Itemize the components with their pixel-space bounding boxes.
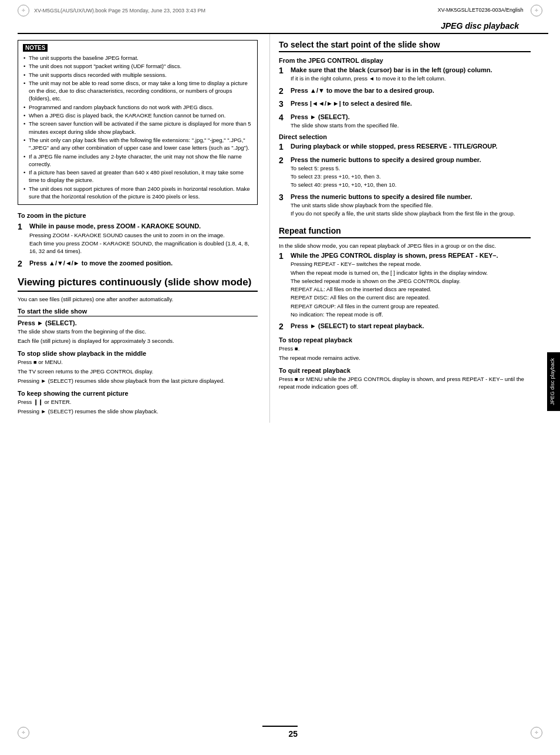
step-number: 3: [279, 99, 288, 109]
jpeg-control-title: From the JPEG CONTROL display: [279, 57, 531, 64]
step-content: During playback or while stopped, press …: [291, 142, 531, 150]
step-content: Press ► (SELECT). The slide show starts …: [291, 113, 531, 130]
main-content: NOTES The unit supports the baseline JPE…: [0, 34, 560, 423]
select-start-title: To select the start point of the slide s…: [279, 40, 531, 52]
stop-repeat-title: To stop repeat playback: [279, 336, 531, 343]
direct-step-3: 3 Press the numeric buttons to specify a…: [279, 193, 531, 218]
page-number: 25: [262, 726, 298, 739]
step-title: Press |◄◄/►►| to select a desired file.: [291, 99, 531, 107]
step-desc: If you do not specify a file, the unit s…: [291, 210, 531, 217]
step-content: Press the numeric buttons to specify a d…: [291, 156, 531, 189]
zoom-step-1: 1 While in pause mode, press ZOOM - KARA…: [18, 222, 258, 255]
corner-mark-tl: ✛: [18, 5, 29, 16]
step-desc: The unit starts slide show playback from…: [291, 201, 531, 209]
quit-repeat-title: To quit repeat playback: [279, 367, 531, 374]
step-content: Press |◄◄/►►| to select a desired file.: [291, 99, 531, 107]
slide-show-intro: You can see files (still pictures) one a…: [18, 295, 258, 303]
step-number: 2: [18, 259, 27, 269]
note-item: The unit does not support pictures of mo…: [23, 185, 252, 201]
step-number: 1: [279, 66, 288, 76]
direct-step-2: 2 Press the numeric buttons to specify a…: [279, 156, 531, 189]
step-content: While in pause mode, press ZOOM - KARAOK…: [29, 222, 258, 255]
select-step-1: 1 Make sure that the black (cursor) bar …: [279, 66, 531, 83]
notes-title: NOTES: [23, 44, 48, 52]
repeat-intro: In the slide show mode, you can repeat p…: [279, 242, 531, 250]
step-desc: The slide show starts from the specified…: [291, 122, 531, 129]
step-content: Press the numeric buttons to specify a d…: [291, 193, 531, 218]
step-title: Make sure that the black (cursor) bar is…: [291, 66, 531, 74]
note-item: If a JPEG file name includes any 2-byte …: [23, 153, 252, 168]
file-info: XV-M5GSL(AUS/UX/UW).book Page 25 Monday,…: [34, 8, 205, 14]
quit-repeat-desc: Press ■ or MENU while the JPEG CONTROL d…: [279, 375, 531, 391]
right-column: To select the start point of the slide s…: [270, 34, 542, 423]
step-desc: If it is in the right column, press ◄ to…: [291, 75, 531, 82]
stop-middle-desc3: Pressing ► (SELECT) resumes slide show p…: [18, 377, 258, 385]
step-title: Press ► (SELECT) to start repeat playbac…: [291, 322, 531, 330]
corner-mark-bl: ✛: [18, 727, 29, 739]
step-content: While the JPEG CONTROL display is shown,…: [291, 251, 531, 318]
stop-middle-desc2: The TV screen returns to the JPEG CONTRO…: [18, 368, 258, 375]
no-indication: No indication: The repeat mode is off.: [291, 311, 531, 318]
zoom-step-2: 2 Press ▲/▼/◄/► to move the zoomed posit…: [18, 259, 258, 269]
note-item: The unit may not be able to read some di…: [23, 79, 252, 103]
zoom-section-title: To zoom in the picture: [18, 212, 258, 219]
repeat-section-title: Repeat function: [279, 226, 531, 238]
step-number: 2: [279, 156, 288, 166]
step-number: 2: [279, 86, 288, 96]
select-step-3: 3 Press |◄◄/►►| to select a desired file…: [279, 99, 531, 109]
start-desc2: Each file (still picture) is displayed f…: [18, 337, 258, 345]
step-number: 1: [279, 251, 288, 261]
page-container: ✛ XV-M5GSL(AUS/UX/UW).book Page 25 Monda…: [0, 0, 560, 755]
header-left: ✛ XV-M5GSL(AUS/UX/UW).book Page 25 Monda…: [18, 5, 205, 16]
step-title: While in pause mode, press ZOOM - KARAOK…: [29, 222, 258, 230]
step-desc: To select 40: press +10, +10, +10, then …: [291, 181, 531, 188]
page-title: JPEG disc playback: [18, 19, 548, 34]
keep-showing-desc1: Press ❙❙ or ENTER.: [18, 398, 258, 406]
repeat-disc: REPEAT DISC: All files on the current di…: [291, 294, 531, 301]
step-title: Press ▲/▼/◄/► to move the zoomed positio…: [29, 259, 258, 267]
stop-middle-desc1: Press ■ or MENU.: [18, 358, 258, 366]
direct-selection-title: Direct selection: [279, 133, 531, 140]
note-item: When a JPEG disc is played back, the KAR…: [23, 112, 252, 119]
start-slide-show-title: To start the slide show: [18, 308, 258, 316]
left-column: NOTES The unit supports the baseline JPE…: [0, 34, 270, 423]
step-number: 1: [279, 142, 288, 152]
keep-showing-desc2: Pressing ► (SELECT) resumes the slide sh…: [18, 407, 258, 415]
step-number: 4: [279, 113, 288, 123]
step-desc: Pressing REPEAT - KEY– switches the repe…: [291, 260, 531, 268]
corner-mark-br: ✛: [531, 727, 542, 739]
step-desc: Each time you press ZOOM - KARAOKE SOUND…: [29, 240, 258, 255]
step-number: 2: [279, 322, 288, 332]
note-item: The unit supports discs recorded with mu…: [23, 71, 252, 79]
step-number: 1: [18, 222, 27, 232]
step-desc: The selected repeat mode is shown on the…: [291, 277, 531, 285]
step-content: Press ▲/▼ to move the bar to a desired g…: [291, 86, 531, 95]
note-item: The screen saver function will be activa…: [23, 120, 252, 136]
page-footer: ✛ 25 ✛: [0, 721, 560, 743]
note-item: Programmed and random playback functions…: [23, 103, 252, 111]
note-item: The unit does not support "packet writin…: [23, 62, 252, 70]
sidebar-tab: JPEG disc playback: [547, 352, 560, 411]
stop-repeat-desc2: The repeat mode remains active.: [279, 354, 531, 362]
note-item: The unit only can play back files with t…: [23, 136, 252, 152]
repeat-all: REPEAT ALL: All files on the inserted di…: [291, 285, 531, 293]
select-step-2: 2 Press ▲/▼ to move the bar to a desired…: [279, 86, 531, 96]
step-desc: When the repeat mode is turned on, the […: [291, 269, 531, 277]
step-desc: Pressing ZOOM - KARAOKE SOUND causes the…: [29, 231, 258, 239]
step-content: Press ► (SELECT) to start repeat playbac…: [291, 322, 531, 330]
step-number: 3: [279, 193, 288, 203]
start-press: Press ► (SELECT).: [18, 319, 258, 326]
repeat-step-1: 1 While the JPEG CONTROL display is show…: [279, 251, 531, 318]
direct-step-1: 1 During playback or while stopped, pres…: [279, 142, 531, 152]
notes-box: NOTES The unit supports the baseline JPE…: [18, 40, 258, 205]
repeat-group: REPEAT GROUP: All files in the current g…: [291, 302, 531, 310]
slide-show-title: Viewing pictures continuously (slide sho…: [18, 277, 258, 291]
step-title: During playback or while stopped, press …: [291, 142, 531, 150]
step-title: Press the numeric buttons to specify a d…: [291, 156, 531, 164]
corner-mark-tr: ✛: [531, 5, 542, 16]
step-title: Press ▲/▼ to move the bar to a desired g…: [291, 86, 531, 95]
step-title: Press the numeric buttons to specify a d…: [291, 193, 531, 201]
repeat-step-2: 2 Press ► (SELECT) to start repeat playb…: [279, 322, 531, 332]
start-desc1: The slide show starts from the beginning…: [18, 328, 258, 335]
step-title: Press ► (SELECT).: [291, 113, 531, 121]
